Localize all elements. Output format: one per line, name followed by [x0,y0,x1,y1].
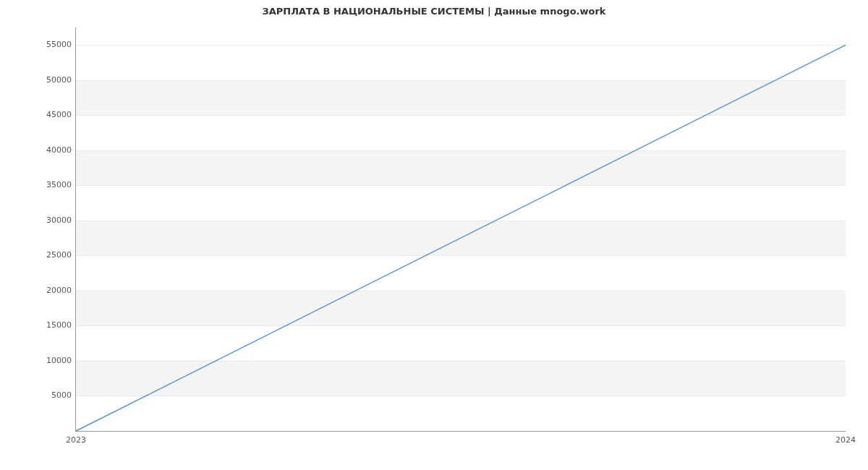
chart-ytick-label: 15000 [38,321,72,330]
chart-ytick-label: 45000 [38,111,72,119]
chart-ytick-label: 55000 [38,40,72,49]
chart-ytick-label: 20000 [38,286,72,295]
chart-xtick-label: 2023 [66,435,86,445]
chart-ytick-label: 35000 [38,181,72,189]
chart-line-series [76,45,846,431]
chart-ytick-label: 25000 [38,251,72,260]
chart-ytick-label: 10000 [38,356,72,365]
chart-xtick-label: 2024 [835,435,856,445]
chart-ytick-label: 50000 [38,76,72,85]
chart-ytick-label: 5000 [38,391,72,400]
chart-ytick-label: 30000 [38,216,72,225]
chart-ytick-label: 40000 [38,146,72,155]
chart-plot-area: 5000100001500020000250003000035000400004… [75,27,845,431]
chart-title: ЗАРПЛАТА В НАЦИОНАЛЬНЫЕ СИСТЕМЫ | Данные… [0,0,868,20]
chart-axes: 5000100001500020000250003000035000400004… [75,27,846,432]
